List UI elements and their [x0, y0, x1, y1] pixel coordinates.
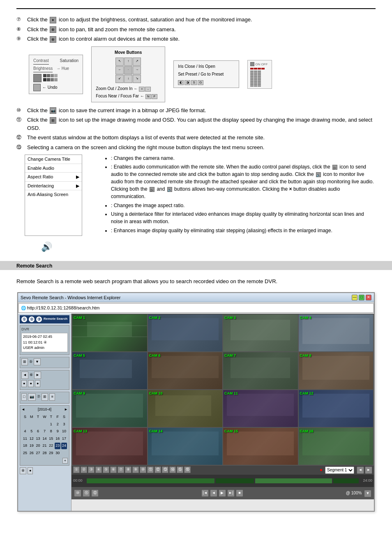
item-9: ⑨ Click the ⊗ icon to control alarm out …: [16, 35, 376, 43]
play-btn[interactable]: ▶: [219, 489, 226, 497]
camera-cell-9[interactable]: CAM 9: [72, 390, 147, 427]
calendar-day-headers: S M T W T F S: [22, 414, 67, 420]
dropdown-btn[interactable]: ▼: [34, 358, 41, 366]
day-f: F: [55, 414, 60, 420]
bottom-icon-12[interactable]: ⑫: [91, 489, 99, 497]
dot-btn-2[interactable]: ●: [28, 380, 33, 388]
dot-btn-1[interactable]: ●: [21, 380, 27, 388]
maximize-button[interactable]: □: [359, 295, 364, 300]
play-prev-btn[interactable]: ◄: [210, 489, 217, 497]
play-next-btn[interactable]: ►|: [227, 489, 235, 497]
calendar-add-btn[interactable]: +: [21, 458, 68, 464]
cam-num-8[interactable]: ⑧: [125, 466, 131, 473]
zoom-dropdown[interactable]: ▼: [364, 490, 371, 497]
cam-num-16[interactable]: ⑯: [184, 466, 191, 473]
dot-btn-3[interactable]: ●: [35, 380, 40, 388]
camera-cell-6[interactable]: CAM 6: [148, 352, 223, 389]
cam-num-2[interactable]: ②: [81, 466, 87, 473]
segment-select[interactable]: Segment 1: [325, 466, 354, 474]
cam-num-3[interactable]: ③: [88, 466, 95, 473]
list-btn[interactable]: ≡: [49, 393, 55, 401]
camera-cell-12[interactable]: CAM 12: [299, 390, 374, 427]
cam-num-6[interactable]: ⑥: [110, 466, 117, 473]
play-stop-btn[interactable]: ■: [236, 489, 243, 497]
logo-circle-3: ③: [36, 316, 42, 322]
bottom-icon-11[interactable]: ⑪: [83, 489, 90, 497]
camera-cell-3[interactable]: CAM 3: [223, 314, 298, 351]
camera-cell-4[interactable]: CAM 4: [299, 314, 374, 351]
minimize-button[interactable]: —: [352, 295, 357, 300]
item-10-number: ⑩: [16, 106, 25, 114]
day-s: S: [22, 414, 28, 420]
seg-prev[interactable]: ◄: [357, 466, 364, 474]
menu-item-deinterlacing-label: Deinterlacing: [28, 182, 54, 189]
dvr-section: DVR 2019-06-27 02:45 11 00:12:01 ④ USER …: [20, 325, 69, 355]
calendar-header: ◄ [2010-4] ►: [21, 407, 68, 413]
layout-btn[interactable]: ⊞: [21, 358, 28, 366]
bottom-icon-10[interactable]: ⑩: [74, 489, 81, 497]
cam-num-1[interactable]: ①: [73, 466, 80, 473]
camera-cell-8[interactable]: CAM 8: [299, 352, 374, 389]
cam-num-5[interactable]: ⑤: [103, 466, 109, 473]
cam-num-11[interactable]: ⑪: [147, 466, 154, 473]
day-s2: S: [61, 414, 67, 420]
cam-num-13[interactable]: ⑬: [162, 466, 168, 473]
camera-cell-11[interactable]: CAM 11: [223, 390, 298, 427]
camera-icon-btn[interactable]: 📷: [28, 393, 36, 401]
top-rule: [16, 8, 376, 9]
seg-next[interactable]: ►: [365, 466, 372, 474]
camera-cell-15[interactable]: CAM 15: [223, 428, 298, 465]
cam-num-10[interactable]: ⑩: [140, 466, 146, 473]
desc-deinterlacing: Using a deinterlace filter for interlace…: [111, 210, 376, 225]
calendar-week-4: 18192021 222324: [22, 443, 67, 449]
next-btn[interactable]: ►: [34, 372, 41, 379]
browser-window-controls: — □ ✕: [352, 295, 371, 300]
grid-btn[interactable]: ⊞: [42, 393, 48, 401]
cam-num-12[interactable]: ⑫: [154, 466, 161, 473]
camera-grid: CAM 1 CAM 2 CAM 3: [71, 314, 374, 466]
cam-num-4[interactable]: ④: [95, 466, 102, 473]
camera-cell-14[interactable]: CAM 14: [148, 428, 223, 465]
item-10-text: Click the 📷 icon to save the current ima…: [27, 106, 206, 115]
camera-cell-13[interactable]: CAM 13: [72, 428, 147, 465]
close-button[interactable]: ✕: [366, 295, 371, 300]
sidebar-icon-8[interactable]: ⑧: [20, 467, 26, 475]
camera-cell-10[interactable]: CAM 10: [148, 390, 223, 427]
cam-16-label: CAM 16: [300, 429, 314, 434]
cam-num-7[interactable]: ⑦: [118, 466, 124, 473]
send-audio-icon: ▷: [332, 165, 337, 170]
checkbox-btn[interactable]: □: [21, 393, 27, 401]
dot-btn-4[interactable]: ●: [28, 467, 33, 475]
calendar-next[interactable]: ►: [64, 407, 68, 413]
cam-11-label: CAM 11: [224, 391, 238, 397]
cam-5-label: CAM 5: [74, 353, 85, 359]
play-first-btn[interactable]: |◄: [201, 489, 209, 497]
camera-cell-5[interactable]: CAM 5: [72, 352, 147, 389]
add-btn[interactable]: +: [62, 458, 68, 464]
camera-cell-7[interactable]: CAM 7: [223, 352, 298, 389]
cam-num-15[interactable]: ⑮: [177, 466, 183, 473]
osd-icon: ⊞: [50, 117, 56, 124]
zoom-display: @ 100% ▼: [346, 489, 371, 497]
bottom-bar: ⑩ ⑪ ⑫ |◄ ◄ ▶ ►| ■ @ 100% ▼: [71, 487, 374, 499]
item-7-number: ⑦: [16, 16, 25, 23]
browser-addressbar[interactable]: 🌐 http://192.0.12.31:12688/search.htm: [18, 303, 374, 313]
prev-btn[interactable]: ◄: [21, 372, 28, 379]
calendar-prev[interactable]: ◄: [21, 407, 25, 413]
dvr-info: 2019-06-27 02:45 11 00:12:01 ④ USER admi…: [21, 333, 68, 352]
menu-desc-list: : Changes the camera name. : Enables aud…: [95, 155, 376, 200]
cam-num-9[interactable]: ⑨: [132, 466, 139, 473]
cam-6-label: CAM 6: [149, 353, 161, 359]
cam-num-14[interactable]: ⑭: [169, 466, 176, 473]
cam-15-label: CAM 15: [224, 429, 238, 434]
cam-1-label: CAM 1: [74, 315, 85, 321]
speaker-icon: 🔊: [41, 240, 376, 254]
day-t2: T: [48, 414, 54, 420]
camera-cell-2[interactable]: CAM 2: [148, 314, 223, 351]
items-7-9: ⑦ Click the ✦ icon to adjust the brightn…: [16, 16, 376, 43]
item-12-number: ⑫: [16, 134, 25, 141]
sidebar-bottom-icons: ⑧ ●: [20, 467, 69, 475]
camera-cell-1[interactable]: CAM 1: [72, 314, 147, 351]
day-m: M: [29, 414, 35, 420]
camera-cell-16[interactable]: CAM 16: [299, 428, 374, 465]
